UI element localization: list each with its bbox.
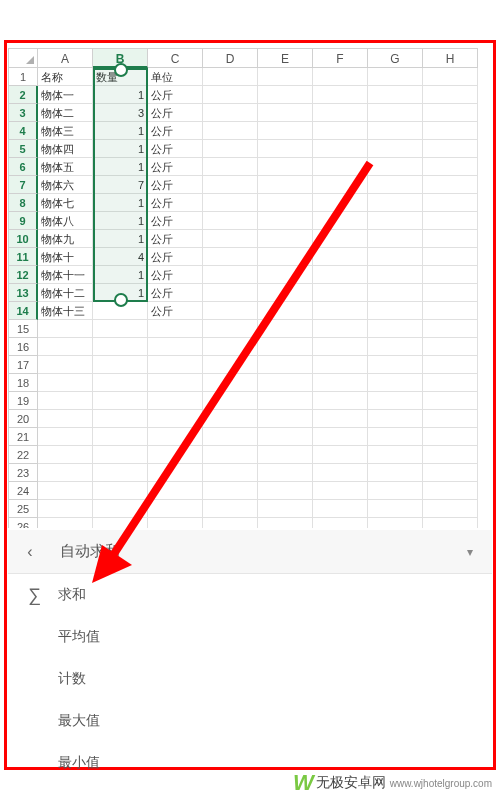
cell[interactable] <box>313 176 368 194</box>
spreadsheet[interactable]: ABCDEFGH 1234567891011121314151617181920… <box>8 48 492 528</box>
cell[interactable] <box>313 248 368 266</box>
cell[interactable] <box>258 68 313 86</box>
cell[interactable] <box>203 410 258 428</box>
cell[interactable] <box>93 410 148 428</box>
cell[interactable] <box>313 464 368 482</box>
cell[interactable] <box>93 392 148 410</box>
cell[interactable] <box>203 86 258 104</box>
cell[interactable]: 公斤 <box>148 176 203 194</box>
row-header-7[interactable]: 7 <box>8 176 38 194</box>
cell[interactable] <box>93 374 148 392</box>
cell[interactable] <box>148 428 203 446</box>
cell[interactable] <box>258 356 313 374</box>
cell[interactable] <box>203 392 258 410</box>
cell[interactable] <box>148 356 203 374</box>
cell[interactable]: 公斤 <box>148 104 203 122</box>
cell[interactable]: 1 <box>93 158 148 176</box>
cell[interactable] <box>313 104 368 122</box>
row-header-12[interactable]: 12 <box>8 266 38 284</box>
column-header-D[interactable]: D <box>203 48 258 68</box>
cell[interactable] <box>203 140 258 158</box>
column-header-C[interactable]: C <box>148 48 203 68</box>
row-header-15[interactable]: 15 <box>8 320 38 338</box>
cell[interactable] <box>423 104 478 122</box>
cell[interactable]: 名称 <box>38 68 93 86</box>
cell[interactable] <box>258 302 313 320</box>
cell[interactable] <box>423 392 478 410</box>
cell[interactable]: 1 <box>93 140 148 158</box>
cell[interactable] <box>423 338 478 356</box>
cell[interactable] <box>203 518 258 528</box>
cell[interactable] <box>38 500 93 518</box>
cell[interactable]: 1 <box>93 284 148 302</box>
cell[interactable] <box>93 482 148 500</box>
cell[interactable]: 1 <box>93 122 148 140</box>
cell[interactable] <box>38 338 93 356</box>
cell[interactable] <box>423 482 478 500</box>
cell[interactable] <box>203 230 258 248</box>
cell[interactable] <box>423 464 478 482</box>
cell[interactable]: 数量 <box>93 68 148 86</box>
cell[interactable] <box>93 356 148 374</box>
cell[interactable] <box>368 68 423 86</box>
cell[interactable]: 单位 <box>148 68 203 86</box>
cell[interactable] <box>258 410 313 428</box>
cell[interactable] <box>313 356 368 374</box>
cell[interactable] <box>93 338 148 356</box>
row-header-14[interactable]: 14 <box>8 302 38 320</box>
cell[interactable] <box>313 140 368 158</box>
cell[interactable] <box>313 68 368 86</box>
cell[interactable] <box>423 176 478 194</box>
cell[interactable] <box>38 518 93 528</box>
row-header-10[interactable]: 10 <box>8 230 38 248</box>
cell[interactable] <box>258 122 313 140</box>
cell[interactable]: 公斤 <box>148 266 203 284</box>
cell[interactable] <box>203 176 258 194</box>
cell[interactable] <box>203 302 258 320</box>
cell[interactable]: 物体十二 <box>38 284 93 302</box>
cell[interactable] <box>203 482 258 500</box>
row-header-3[interactable]: 3 <box>8 104 38 122</box>
cell[interactable] <box>368 266 423 284</box>
cell[interactable]: 公斤 <box>148 248 203 266</box>
cell[interactable] <box>368 158 423 176</box>
cell[interactable] <box>203 212 258 230</box>
cell[interactable] <box>423 194 478 212</box>
cell[interactable] <box>203 248 258 266</box>
row-header-16[interactable]: 16 <box>8 338 38 356</box>
cell[interactable] <box>38 320 93 338</box>
cell[interactable]: 公斤 <box>148 212 203 230</box>
cell[interactable]: 物体四 <box>38 140 93 158</box>
cell[interactable] <box>203 194 258 212</box>
column-header-A[interactable]: A <box>38 48 93 68</box>
row-header-2[interactable]: 2 <box>8 86 38 104</box>
cell[interactable] <box>423 356 478 374</box>
autosum-option-3[interactable]: 最大值 <box>8 700 492 742</box>
cell[interactable] <box>368 122 423 140</box>
cell[interactable] <box>203 158 258 176</box>
cell[interactable] <box>423 248 478 266</box>
cell[interactable] <box>258 374 313 392</box>
cell[interactable] <box>313 86 368 104</box>
cell[interactable] <box>313 320 368 338</box>
cell[interactable]: 物体十三 <box>38 302 93 320</box>
back-chevron-icon[interactable]: ‹ <box>8 543 52 561</box>
cell[interactable] <box>368 302 423 320</box>
cell[interactable]: 物体五 <box>38 158 93 176</box>
cell[interactable] <box>93 500 148 518</box>
cell[interactable]: 公斤 <box>148 230 203 248</box>
cell[interactable] <box>258 248 313 266</box>
cell[interactable] <box>148 500 203 518</box>
cell[interactable] <box>368 356 423 374</box>
cell[interactable]: 物体八 <box>38 212 93 230</box>
cell[interactable] <box>313 230 368 248</box>
cell[interactable] <box>313 446 368 464</box>
cell[interactable] <box>258 428 313 446</box>
cell[interactable] <box>258 284 313 302</box>
cell[interactable] <box>258 392 313 410</box>
cell[interactable] <box>368 392 423 410</box>
cell[interactable] <box>258 104 313 122</box>
cell[interactable] <box>313 518 368 528</box>
cell[interactable] <box>203 122 258 140</box>
row-header-8[interactable]: 8 <box>8 194 38 212</box>
